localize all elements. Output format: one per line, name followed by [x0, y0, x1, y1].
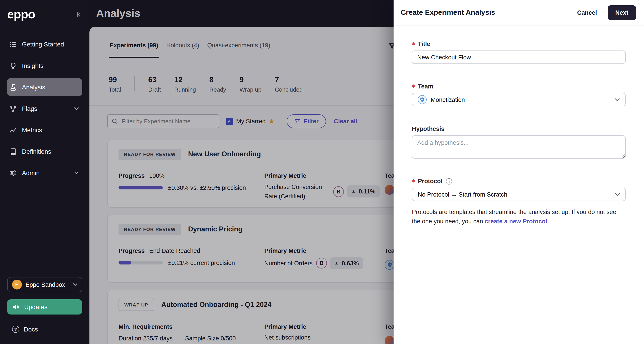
chart-line-icon — [9, 126, 17, 134]
collapse-sidebar-icon — [76, 11, 82, 18]
required-asterisk-icon: ✱ — [412, 179, 415, 183]
chevron-down-icon — [615, 98, 620, 101]
sidebar-item-getting-started[interactable]: Getting Started — [7, 35, 82, 53]
app-root: eppo Getting Started Insights — [0, 0, 644, 344]
field-label-text: Hypothesis — [412, 126, 444, 132]
workspace-avatar: E — [12, 280, 22, 290]
protocol-field-label: ✱ Protocol i — [412, 178, 626, 185]
docs-label: Docs — [24, 326, 38, 333]
field-label-text: Title — [418, 41, 430, 47]
hypothesis-field-group: Hypothesis — [412, 126, 626, 159]
sidebar-header: eppo — [0, 0, 90, 22]
sidebar-item-flags[interactable]: Flags — [7, 100, 82, 117]
modal-title: Create Experiment Analysis — [401, 8, 574, 16]
field-label-text: Team — [418, 83, 433, 90]
megaphone-icon — [12, 303, 20, 311]
protocol-field-group: ✱ Protocol i No Protocol → Start from Sc… — [412, 178, 626, 227]
sidebar-item-label: Admin — [22, 169, 40, 176]
sidebar-collapse-button[interactable] — [75, 10, 83, 18]
checklist-icon — [9, 40, 17, 48]
chevron-down-icon — [615, 193, 620, 196]
workspace-switcher[interactable]: E Eppo Sandbox — [7, 277, 82, 292]
title-input[interactable] — [412, 50, 626, 64]
chevron-down-icon — [73, 283, 77, 286]
flags-branch-icon — [9, 104, 17, 113]
title-field-group: ✱ Title — [412, 41, 626, 64]
team-shield-icon — [418, 95, 427, 104]
sidebar-item-label: Flags — [22, 105, 37, 112]
sidebar-item-metrics[interactable]: Metrics — [7, 121, 82, 139]
sidebar-item-admin[interactable]: Admin — [7, 164, 82, 182]
team-field-group: ✱ Team Monetization — [412, 83, 626, 106]
title-field-label: ✱ Title — [412, 41, 626, 47]
next-button[interactable]: Next — [608, 5, 636, 20]
sidebar-item-label: Analysis — [22, 83, 45, 91]
cancel-button[interactable]: Cancel — [574, 9, 600, 16]
hypothesis-textarea[interactable] — [412, 135, 626, 159]
book-icon — [9, 147, 17, 155]
protocol-select-value: No Protocol → Start from Scratch — [418, 191, 507, 198]
modal-body: ✱ Title ✱ Team Monetization — [394, 25, 644, 227]
sidebar-item-insights[interactable]: Insights — [7, 57, 82, 75]
updates-label: Updates — [24, 303, 48, 311]
required-asterisk-icon: ✱ — [412, 42, 415, 46]
sidebar-item-docs[interactable]: ? Docs — [7, 322, 82, 337]
sidebar-footer: E Eppo Sandbox Updates ? Docs — [0, 277, 90, 344]
field-label-text: Protocol — [418, 178, 442, 185]
team-select-value: Monetization — [431, 96, 465, 103]
team-field-label: ✱ Team — [412, 83, 626, 90]
sidebar-item-label: Insights — [22, 62, 44, 69]
team-select[interactable]: Monetization — [412, 93, 626, 106]
sidebar-nav: Getting Started Insights Analysis Flags — [0, 32, 90, 185]
create-protocol-link[interactable]: create a new Protocol — [485, 218, 547, 225]
info-icon[interactable]: i — [446, 178, 452, 184]
sidebar-item-label: Getting Started — [22, 41, 64, 48]
protocol-help-text: Protocols are templates that streamline … — [412, 208, 626, 227]
protocol-select[interactable]: No Protocol → Start from Scratch — [412, 188, 626, 201]
modal-header: Create Experiment Analysis Cancel Next — [394, 0, 644, 25]
create-analysis-panel: Create Experiment Analysis Cancel Next ✱… — [394, 0, 644, 344]
sidebar-item-definitions[interactable]: Definitions — [7, 142, 82, 160]
sidebar-item-label: Metrics — [22, 126, 42, 134]
question-icon: ? — [12, 326, 19, 333]
hypothesis-field-label: Hypothesis — [412, 126, 626, 132]
chevron-down-icon — [74, 107, 79, 110]
required-asterisk-icon: ✱ — [412, 84, 415, 88]
flask-icon — [9, 83, 17, 91]
sidebar-item-label: Definitions — [22, 148, 51, 155]
lightbulb-icon — [9, 62, 17, 70]
sidebar-item-updates[interactable]: Updates — [7, 299, 82, 315]
help-text-after: . — [547, 218, 549, 225]
sidebar-item-analysis[interactable]: Analysis — [7, 78, 82, 96]
sliders-icon — [9, 169, 17, 177]
eppo-logo: eppo — [7, 8, 35, 20]
workspace-name: Eppo Sandbox — [26, 281, 65, 288]
chevron-down-icon — [74, 172, 79, 174]
sidebar: eppo Getting Started Insights — [0, 0, 90, 344]
